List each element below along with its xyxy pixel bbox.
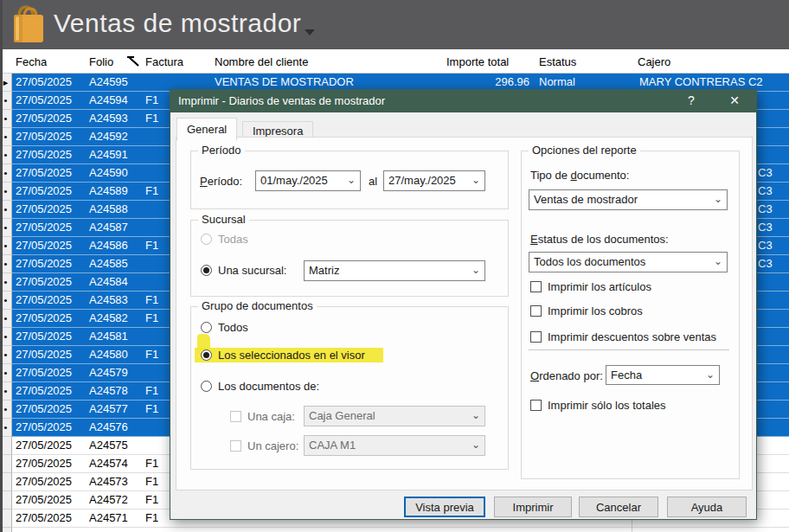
app-titlebar: Ventas de mostrador: [0, 0, 789, 49]
tab-general[interactable]: General: [176, 118, 237, 141]
vista-previa-button[interactable]: Vista previa: [404, 497, 485, 517]
cell-folio: A24588: [89, 202, 128, 215]
cell-fecha: 27/05/2025: [16, 475, 72, 488]
cell-factura: F1: [145, 311, 158, 324]
dialog-tabs: General Impresora: [176, 118, 315, 138]
imprimir-cobros-checkbox[interactable]: [530, 305, 542, 317]
column-header-estatus[interactable]: Estatus: [539, 55, 576, 68]
periodo-al-label: al: [369, 175, 377, 188]
cell-cajero-fragment: C3: [758, 257, 773, 270]
cell-fecha: 27/05/2025: [16, 439, 72, 452]
imprimir-articulos-checkbox[interactable]: [530, 281, 542, 292]
cell-folio: A24591: [89, 148, 128, 161]
cell-cajero-fragment: C3: [758, 166, 773, 179]
imprimir-descuentos-checkbox[interactable]: [530, 331, 542, 343]
chevron-down-icon: ⌄: [471, 174, 480, 186]
todas-radio[interactable]: [201, 234, 212, 245]
column-header-folio[interactable]: Folio: [89, 55, 113, 68]
un-cajero-checkbox[interactable]: [230, 440, 241, 452]
chevron-down-icon: ⌄: [471, 439, 480, 451]
una-sucursal-radio[interactable]: [201, 265, 212, 276]
periodo-group: Período Período: 01/may./2025⌄ al 27/may…: [190, 151, 509, 209]
ordenado-por-select[interactable]: Fecha⌄: [606, 365, 720, 385]
chevron-down-icon: ⌄: [471, 264, 480, 276]
imprimir-cobros-label: Imprimir los cobros: [548, 304, 643, 317]
periodo-legend: Período: [198, 144, 245, 157]
dialog-titlebar[interactable]: Imprimir - Diarios de ventas de mostrado…: [170, 90, 756, 112]
periodo-from-select[interactable]: 01/may./2025⌄: [255, 170, 361, 191]
cell-folio: A24581: [89, 330, 128, 343]
periodo-to-select[interactable]: 27/may./2025⌄: [383, 170, 485, 191]
cell-cajero-fragment: C3: [758, 202, 773, 215]
tipo-documento-select[interactable]: Ventas de mostrador⌄: [529, 189, 728, 210]
cell-cliente: VENTAS DE MOSTRADOR: [215, 75, 354, 88]
cell-cajero-fragment: C3: [758, 221, 773, 234]
chevron-down-icon: ⌄: [471, 409, 480, 421]
cell-folio: A24589: [89, 184, 128, 197]
sucursal-legend: Sucursal: [198, 213, 249, 226]
seleccionados-radio[interactable]: [201, 349, 212, 361]
dialog-title: Imprimir - Diarios de ventas de mostrado…: [178, 94, 385, 107]
cell-fecha: 27/05/2025: [16, 420, 72, 433]
help-icon[interactable]: ?: [680, 93, 702, 107]
cell-fecha: 27/05/2025: [16, 166, 72, 179]
column-header-importe[interactable]: Importe total: [446, 55, 509, 68]
cell-fecha: 27/05/2025: [16, 130, 72, 143]
una-caja-checkbox[interactable]: [230, 411, 241, 422]
cell-factura: F1: [145, 511, 158, 524]
cell-folio: A24573: [89, 475, 128, 488]
cell-folio: A24582: [89, 311, 128, 324]
sucursal-group: Sucursal Todas Una sucursal: Matriz⌄: [190, 220, 509, 297]
cell-fecha: 27/05/2025: [16, 330, 72, 343]
column-header-fecha[interactable]: Fecha: [16, 55, 47, 68]
estatus-documentos-select[interactable]: Todos los documentos⌄: [529, 252, 728, 272]
cell-folio: A24585: [89, 257, 128, 270]
cell-fecha: 27/05/2025: [16, 239, 72, 252]
cell-factura: F1: [145, 93, 158, 106]
chevron-down-icon[interactable]: [305, 29, 315, 35]
opciones-legend: Opciones del reporte: [529, 144, 640, 157]
shopping-bag-icon: [10, 4, 47, 44]
sort-indicator-icon: [126, 54, 141, 67]
imprimir-descuentos-label: Imprimir descuentos sobre ventas: [548, 330, 716, 343]
cell-fecha: 27/05/2025: [16, 93, 72, 106]
todos-label: Todos: [218, 321, 248, 334]
opciones-reporte-group: Opciones del reporte Tipo de documento: …: [521, 151, 740, 479]
cell-factura: F1: [145, 402, 158, 415]
column-header-cliente[interactable]: Nombre del cliente: [215, 55, 308, 68]
chevron-down-icon: ⌄: [347, 174, 356, 186]
cajero-select[interactable]: CAJA M1⌄: [304, 435, 485, 456]
cell-factura: F1: [145, 293, 158, 306]
cell-fecha: 27/05/2025: [16, 366, 72, 379]
cell-fecha: 27/05/2025: [16, 384, 72, 397]
table-header: Fecha Folio Factura Nombre del cliente I…: [0, 49, 789, 74]
cell-fecha: 27/05/2025: [16, 75, 72, 88]
sucursal-select[interactable]: Matriz⌄: [304, 260, 485, 281]
column-header-factura[interactable]: Factura: [145, 55, 183, 68]
tipo-documento-label: Tipo de documento:: [530, 169, 629, 182]
cell-factura: F1: [145, 493, 158, 506]
cell-folio: A24576: [89, 420, 128, 433]
cancelar-button[interactable]: Cancelar: [579, 497, 658, 517]
imprimir-button[interactable]: Imprimir: [494, 497, 572, 517]
cell-folio: A24586: [89, 239, 128, 252]
cell-factura: F1: [145, 348, 158, 361]
todos-radio[interactable]: [201, 322, 212, 333]
table-row[interactable]: 27/05/2025A24570VENTAS DE MOSTRADOR61.95…: [0, 528, 789, 532]
imprimir-totales-checkbox[interactable]: [530, 400, 542, 411]
caja-select[interactable]: Caja General⌄: [304, 406, 485, 426]
cell-folio: A24578: [89, 384, 128, 397]
cell-fecha: 27/05/2025: [16, 348, 72, 361]
cell-folio: A24572: [89, 493, 128, 506]
column-header-cajero[interactable]: Cajero: [638, 55, 670, 68]
chevron-down-icon: ⌄: [714, 255, 722, 267]
cell-folio: A24590: [89, 166, 128, 179]
ayuda-button[interactable]: Ayuda: [667, 497, 747, 517]
documentos-de-radio[interactable]: [201, 381, 212, 392]
cell-folio: A24595: [89, 75, 128, 88]
grupo-legend: Grupo de documentos: [198, 299, 317, 312]
window-edge: [0, 0, 3, 532]
un-cajero-label: Un cajero:: [247, 439, 298, 452]
close-icon[interactable]: ✕: [722, 93, 747, 107]
cell-cajero-fragment: C3: [758, 239, 773, 252]
